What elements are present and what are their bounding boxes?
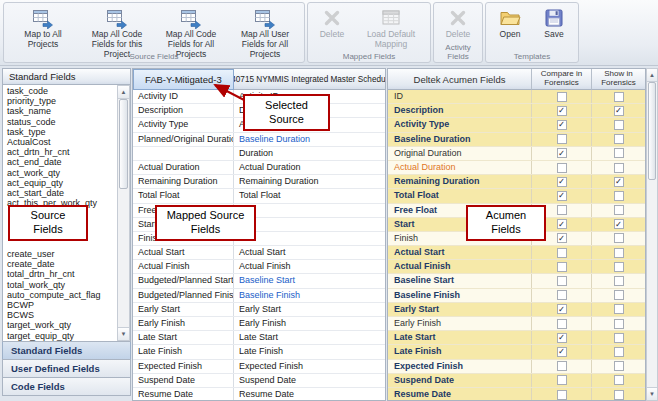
acumen-field-row[interactable]: Activity Type✓: [388, 118, 645, 132]
source-field-item[interactable]: create_user: [3, 249, 116, 259]
mapped-cell[interactable]: Suspend Date: [133, 374, 234, 387]
acumen-field-row[interactable]: Baseline Duration: [388, 133, 645, 147]
show-checkbox[interactable]: [614, 333, 624, 343]
mapped-cell[interactable]: [133, 147, 234, 160]
mapped-cell[interactable]: Actual Duration: [133, 161, 234, 174]
show-checkbox[interactable]: ✓: [614, 177, 624, 187]
acumen-field-row[interactable]: Remaining Duration✓✓: [388, 175, 645, 189]
mapped-cell[interactable]: Remaining Duration: [133, 175, 234, 188]
acumen-field-row[interactable]: Late Finish✓: [388, 345, 645, 359]
source-field-item[interactable]: act_equip_qty: [3, 178, 116, 188]
mapped-cell[interactable]: [234, 204, 385, 217]
mapped-cell[interactable]: Early Start: [234, 303, 385, 316]
source-field-item[interactable]: task_type: [3, 127, 116, 137]
source-field-item[interactable]: target_equip_qty: [3, 331, 116, 341]
source-field-item[interactable]: ActualCost: [3, 137, 116, 147]
compare-checkbox[interactable]: ✓: [557, 177, 567, 187]
compare-checkbox[interactable]: ✓: [557, 333, 567, 343]
save-button[interactable]: Save: [532, 5, 576, 40]
mapped-cell[interactable]: Resume Date: [133, 388, 234, 401]
acumen-field-row[interactable]: Description✓✓: [388, 104, 645, 118]
show-checkbox[interactable]: [614, 191, 624, 201]
source-field-item[interactable]: task_name: [3, 106, 116, 116]
acumen-field-row[interactable]: Suspend Date: [388, 374, 645, 388]
mapped-cell[interactable]: Total Float: [133, 189, 234, 202]
show-checkbox[interactable]: ✓: [614, 219, 624, 229]
source-field-item[interactable]: status_code: [3, 117, 116, 127]
show-checkbox[interactable]: [614, 276, 624, 286]
source-field-item[interactable]: act_drtn_hr_cnt: [3, 147, 116, 157]
compare-checkbox[interactable]: ✓: [557, 304, 567, 314]
mapped-cell[interactable]: Late Finish: [234, 345, 385, 358]
show-checkbox[interactable]: ✓: [614, 106, 624, 116]
show-checkbox[interactable]: [614, 319, 624, 329]
show-checkbox[interactable]: [614, 361, 624, 371]
show-checkbox[interactable]: [614, 375, 624, 385]
source-field-item[interactable]: auto_compute_act_flag: [3, 290, 116, 300]
open-button[interactable]: Open: [488, 5, 532, 40]
mapped-cell[interactable]: Late Finish: [133, 345, 234, 358]
show-checkbox[interactable]: [614, 134, 624, 144]
mapped-cell[interactable]: Total Float: [234, 189, 385, 202]
mapped-cell[interactable]: Early Start: [133, 303, 234, 316]
compare-checkbox[interactable]: [557, 319, 567, 329]
mapped-cell[interactable]: Budgeted/Planned Start: [133, 274, 234, 287]
mapped-cell[interactable]: Actual Finish: [133, 260, 234, 273]
acumen-field-row[interactable]: Actual Start: [388, 246, 645, 260]
compare-checkbox[interactable]: [557, 248, 567, 258]
show-checkbox[interactable]: [614, 248, 624, 258]
scroll-up-icon[interactable]: ▲: [118, 86, 129, 99]
compare-checkbox[interactable]: [557, 262, 567, 272]
source-field-item[interactable]: create_date: [3, 259, 116, 269]
show-checkbox[interactable]: [614, 347, 624, 357]
acumen-field-row[interactable]: Early Start✓: [388, 303, 645, 317]
mapped-cell[interactable]: Late Start: [234, 331, 385, 344]
mapped-cell[interactable]: Activity Type: [133, 118, 234, 131]
acumen-field-row[interactable]: Baseline Finish: [388, 289, 645, 303]
compare-checkbox[interactable]: ✓: [557, 347, 567, 357]
compare-checkbox[interactable]: ✓: [557, 148, 567, 158]
source-field-item[interactable]: target_work_qty: [3, 320, 116, 330]
compare-checkbox[interactable]: [557, 134, 567, 144]
scroll-down-icon[interactable]: ▼: [647, 387, 657, 400]
compare-checkbox[interactable]: [557, 163, 567, 173]
mapped-cell[interactable]: Baseline Finish: [234, 289, 385, 302]
source-field-item[interactable]: act_work_qty: [3, 168, 116, 178]
mapped-cell[interactable]: Activity ID: [133, 90, 234, 103]
compare-checkbox[interactable]: ✓: [557, 191, 567, 201]
acumen-field-row[interactable]: Early Finish: [388, 317, 645, 331]
compare-checkbox[interactable]: [557, 276, 567, 286]
mapped-cell[interactable]: Remaining Duration: [234, 175, 385, 188]
show-checkbox[interactable]: [614, 290, 624, 300]
mapped-cell[interactable]: Description: [133, 104, 234, 117]
compare-checkbox[interactable]: ✓: [557, 120, 567, 130]
acumen-field-row[interactable]: Actual Duration: [388, 161, 645, 175]
compare-checkbox[interactable]: ✓: [557, 219, 567, 229]
acumen-field-row[interactable]: Baseline Start: [388, 274, 645, 288]
show-checkbox[interactable]: [614, 233, 624, 243]
show-checkbox[interactable]: [614, 205, 624, 215]
acumen-field-row[interactable]: Late Start✓: [388, 331, 645, 345]
main-scrollbar[interactable]: ▲ ▼: [646, 68, 658, 401]
source-list-scrollbar[interactable]: ▲ ▼: [117, 85, 130, 341]
mapped-cell[interactable]: Expected Finish: [234, 360, 385, 373]
show-checkbox[interactable]: [614, 390, 624, 400]
mapped-cell[interactable]: Planned/Original Duration: [133, 133, 234, 146]
mapped-cell[interactable]: Actual Finish: [234, 260, 385, 273]
compare-checkbox[interactable]: [557, 290, 567, 300]
mapped-cell[interactable]: Suspend Date: [234, 374, 385, 387]
acumen-field-row[interactable]: Total Float✓: [388, 189, 645, 203]
compare-checkbox[interactable]: [557, 92, 567, 102]
scrollbar-thumb[interactable]: [119, 99, 128, 189]
mapped-cell[interactable]: Actual Duration: [234, 161, 385, 174]
show-checkbox[interactable]: [614, 92, 624, 102]
mapped-cell[interactable]: Actual Start: [133, 246, 234, 259]
mapped-cell[interactable]: Baseline Duration: [234, 133, 385, 146]
compare-checkbox[interactable]: ✓: [557, 233, 567, 243]
mapped-cell[interactable]: Duration: [234, 147, 385, 160]
show-checkbox[interactable]: [614, 262, 624, 272]
acumen-field-row[interactable]: Original Duration✓: [388, 147, 645, 161]
acumen-field-row[interactable]: Resume Date: [388, 388, 645, 401]
mapped-cell[interactable]: Baseline Start: [234, 274, 385, 287]
source-field-item[interactable]: BCWP: [3, 300, 116, 310]
